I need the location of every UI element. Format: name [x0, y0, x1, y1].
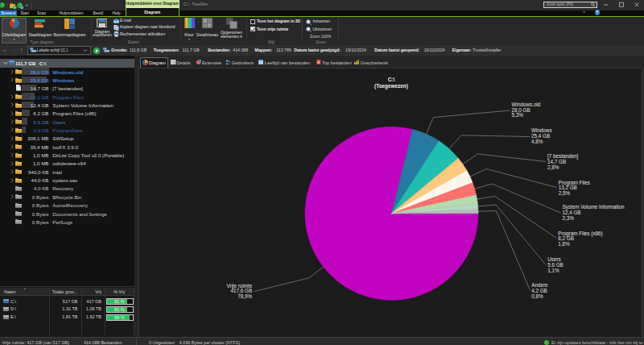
svg-text:1,1%: 1,1%	[547, 268, 559, 273]
svg-text:4,8%: 4,8%	[531, 139, 543, 144]
svg-text:2,3%: 2,3%	[562, 215, 574, 221]
svg-text:0,8%: 0,8%	[531, 293, 543, 299]
svg-text:2,5%: 2,5%	[559, 190, 571, 196]
svg-text:1,6%: 1,6%	[558, 241, 570, 247]
svg-text:78,9%: 78,9%	[237, 293, 252, 299]
svg-text:2,8%: 2,8%	[547, 164, 559, 170]
svg-text:5,3%: 5,3%	[512, 112, 524, 118]
svg-text:(Toegewezen): (Toegewezen)	[374, 83, 408, 89]
svg-text:C:\: C:\	[388, 77, 395, 82]
